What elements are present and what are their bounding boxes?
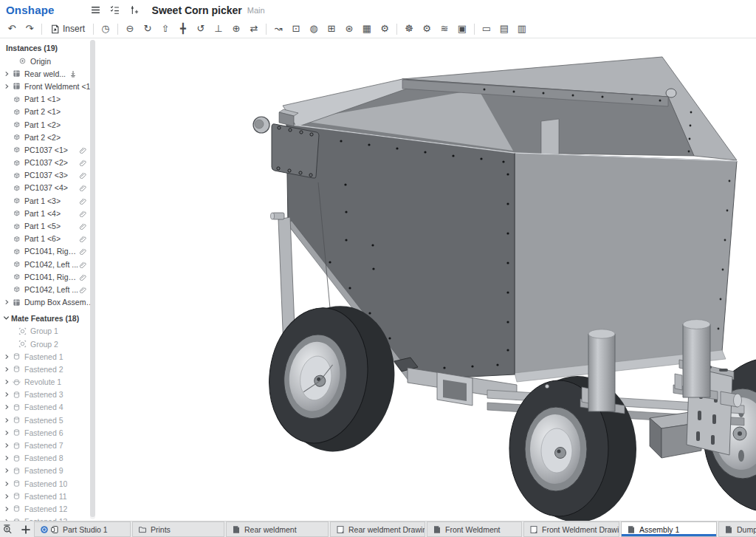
limit-mate-icon[interactable]: ⇄: [245, 20, 263, 38]
tree-item-pc1037-2[interactable]: PC1037 <2>: [0, 157, 96, 169]
tree-item-pc1037-1[interactable]: PC1037 <1>: [0, 143, 96, 156]
undo-icon[interactable]: ↶: [3, 20, 21, 38]
tab-front-weldment[interactable]: Front Weldment: [427, 521, 522, 537]
post-cylinder-left[interactable]: [588, 329, 615, 411]
gear-relation-icon[interactable]: ☸: [400, 20, 418, 38]
comment-icon[interactable]: ▤: [495, 20, 513, 38]
drag-part-icon[interactable]: ⊛: [340, 20, 358, 38]
chevron-right-icon[interactable]: [3, 442, 13, 449]
replicate-icon[interactable]: ▣: [453, 20, 471, 38]
chevron-right-icon[interactable]: [3, 353, 13, 360]
named-positions-icon[interactable]: ◍: [305, 20, 323, 38]
revolute-mate-icon[interactable]: ↻: [139, 20, 157, 38]
tree-item-fastened-10[interactable]: Fastened 10: [0, 477, 96, 490]
tree-item-fastened-4[interactable]: Fastened 4: [0, 401, 96, 414]
tree-item-origin[interactable]: Origin: [0, 55, 96, 67]
mate-relations-icon[interactable]: ⚙: [376, 20, 394, 38]
chevron-right-icon[interactable]: [3, 493, 13, 500]
tree-item-fastened-2[interactable]: Fastened 2: [0, 363, 96, 375]
rack-pinion-relation-icon[interactable]: ⚙: [418, 20, 436, 38]
tree-item-pc1042-left[interactable]: PC1042, Left ...: [0, 258, 96, 270]
tree-item-front-weldment-1[interactable]: Front Weldment <1>: [0, 80, 96, 92]
tree-item-pc1042-left[interactable]: PC1042, Left ...: [0, 283, 96, 295]
tree-item-revolute-1[interactable]: Revolute 1: [0, 376, 96, 389]
tab-prints[interactable]: Prints: [132, 521, 224, 537]
display-states-icon[interactable]: ▭: [478, 20, 495, 38]
bom-icon[interactable]: ▥: [513, 20, 531, 38]
history-icon[interactable]: ◷: [97, 20, 114, 38]
tree-item-fastened-6[interactable]: Fastened 6: [0, 426, 96, 439]
tree-item-part-2-1[interactable]: Part 2 <1>: [0, 106, 96, 118]
chevron-right-icon[interactable]: [3, 366, 13, 373]
tree-item-fastened-13[interactable]: Fastened 13: [0, 516, 96, 521]
hamburger-menu-icon[interactable]: [90, 4, 102, 16]
tree-item-fastened-7[interactable]: Fastened 7: [0, 439, 96, 451]
chevron-right-icon[interactable]: [3, 403, 13, 411]
tree-item-fastened-1[interactable]: Fastened 1: [0, 350, 96, 363]
tree-item-part-1-1[interactable]: Part 1 <1>: [0, 93, 96, 106]
explode-view-icon[interactable]: ⊞: [323, 20, 340, 38]
tree-item-group-1[interactable]: Group 1: [0, 325, 96, 338]
tree-item-pc1041-right[interactable]: PC1041, Right ...: [0, 270, 96, 283]
sidebar-scrollbar-thumb[interactable]: [90, 40, 95, 517]
tree-item-fastened-9[interactable]: Fastened 9: [0, 465, 96, 477]
tab-part-studio-1[interactable]: Part Studio 1: [34, 521, 131, 537]
tree-item-part-1-6[interactable]: Part 1 <6>: [0, 233, 96, 245]
tree-item-fastened-3[interactable]: Fastened 3: [0, 389, 96, 401]
chevron-right-icon[interactable]: [3, 391, 13, 398]
chevron-right-icon[interactable]: [3, 429, 13, 437]
fastened-mate-icon[interactable]: ⇧: [157, 20, 174, 38]
animate-icon[interactable]: ↝: [269, 20, 287, 38]
pattern-icon[interactable]: ▦: [358, 20, 376, 38]
chevron-right-icon[interactable]: [3, 298, 13, 306]
tab-rear-weldment[interactable]: Rear weldment: [226, 521, 329, 537]
new-tab-icon[interactable]: [21, 524, 31, 536]
rotate-part-icon[interactable]: ↺: [192, 20, 210, 38]
tree-item-part-1-5[interactable]: Part 1 <5>: [0, 219, 96, 232]
chevron-right-icon[interactable]: [3, 417, 13, 424]
tree-item-fastened-5[interactable]: Fastened 5: [0, 414, 96, 426]
screw-relation-icon[interactable]: ≋: [436, 20, 453, 38]
model-sweet-corn-picker[interactable]: [96, 38, 756, 521]
workspace-branch[interactable]: Main: [247, 6, 265, 15]
tab-dump[interactable]: Dump: [718, 521, 756, 537]
3d-viewport[interactable]: [96, 38, 756, 521]
chevron-right-icon[interactable]: [3, 378, 13, 386]
tree-item-rear-weld[interactable]: Rear weld...: [0, 67, 96, 80]
tree-item-part-1-3[interactable]: Part 1 <3>: [0, 194, 96, 207]
onshape-logo[interactable]: Onshape: [6, 4, 55, 16]
tree-item-fastened-12[interactable]: Fastened 12: [0, 502, 96, 515]
chevron-right-icon[interactable]: [3, 83, 13, 90]
mate-icon[interactable]: ⊖: [121, 20, 139, 38]
insert-button[interactable]: Insert: [45, 24, 90, 34]
create-version-icon[interactable]: [128, 4, 140, 16]
tasks-list-icon[interactable]: [109, 4, 121, 16]
snap-mode-icon[interactable]: ⊥: [210, 20, 227, 38]
chevron-down-icon[interactable]: [2, 314, 11, 322]
tree-item-group-2[interactable]: Group 2: [0, 338, 96, 350]
tree-item-dump-box-assembly[interactable]: Dump Box Assembly ...: [0, 296, 96, 309]
tab-rear-weldment-drawing-1[interactable]: Rear weldment Drawing 1: [330, 521, 425, 537]
chevron-right-icon[interactable]: [3, 454, 13, 462]
tree-item-fastened-8[interactable]: Fastened 8: [0, 452, 96, 465]
tree-item-part-2-2[interactable]: Part 2 <2>: [0, 131, 96, 143]
post-cylinder-right[interactable]: [683, 320, 710, 397]
tree-item-fastened-11[interactable]: Fastened 11: [0, 490, 96, 502]
tree-item-part-1-2[interactable]: Part 1 <2>: [0, 118, 96, 131]
chevron-right-icon[interactable]: [3, 480, 13, 488]
tree-item-part-1-4[interactable]: Part 1 <4>: [0, 207, 96, 219]
translate-part-icon[interactable]: ╋: [174, 20, 192, 38]
mate-features-header[interactable]: Mate Features (18): [0, 309, 96, 325]
select-other-icon[interactable]: ⊡: [287, 20, 305, 38]
instances-header[interactable]: Instances (19): [0, 38, 96, 55]
chevron-right-icon[interactable]: [3, 467, 13, 474]
tree-item-pc1037-3[interactable]: PC1037 <3>: [0, 169, 96, 182]
rear-left-wheel[interactable]: [509, 376, 636, 521]
search-tabs-icon[interactable]: [3, 524, 13, 536]
planar-mate-icon[interactable]: ⊕: [227, 20, 245, 38]
tab-assembly-1[interactable]: Assembly 1: [621, 521, 717, 537]
tab-front-weldment-drawin[interactable]: Front Weldment Drawin...: [523, 521, 619, 537]
tree-item-pc1037-4[interactable]: PC1037 <4>: [0, 182, 96, 194]
chevron-right-icon[interactable]: [3, 505, 13, 513]
chevron-right-icon[interactable]: [3, 70, 13, 78]
